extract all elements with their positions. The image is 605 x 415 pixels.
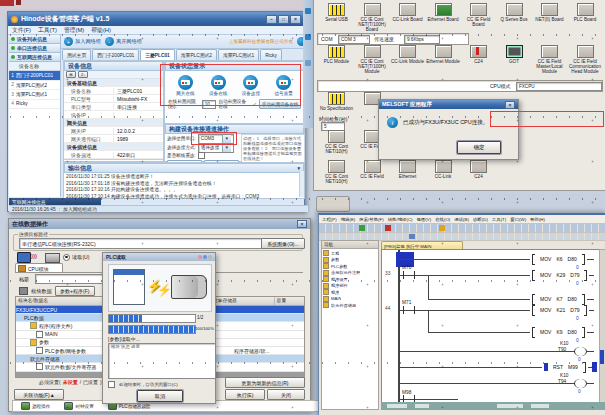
instruction-mov[interactable]: MOVK9D80 [530, 327, 587, 337]
device-row[interactable]: 2 海莱PLC测试2 [9, 81, 60, 91]
property-row[interactable]: 网关信息 [64, 119, 163, 127]
device-row[interactable]: 3 海莱PLC测试1 [9, 90, 60, 100]
property-row[interactable]: 网关透传端口1989 [64, 135, 163, 143]
dropdown-icon[interactable]: ▼ [222, 144, 231, 152]
coexist-item[interactable]: C24 [461, 160, 496, 179]
instruction-mov[interactable]: MOVK29D79 [530, 270, 589, 280]
row-checkbox[interactable] [36, 347, 43, 354]
read-detail-list[interactable]: 模块 状态 进度 [108, 343, 216, 379]
contact-icon[interactable] [409, 234, 415, 239]
run-icon[interactable] [359, 225, 365, 231]
menu-item[interactable]: 转换/编译(C) [388, 217, 413, 222]
menu-item[interactable]: 搜索/替换(F) [359, 217, 383, 222]
col-memory[interactable]: 对象存储器 [211, 297, 275, 305]
interface-item[interactable]: PLC Module [319, 45, 354, 64]
menu-item[interactable]: 文件(F) [12, 26, 31, 35]
melsoft-ok-button[interactable]: 确定 [457, 141, 501, 154]
interface-item[interactable]: Ethernet Module [426, 45, 461, 64]
device-tab[interactable]: 西门子200PLC01 [92, 49, 139, 60]
interface-item[interactable]: CC-Link Board [390, 3, 425, 22]
ladder-canvas[interactable]: MOVK6D80 0 33 M70 MOVK29D79 0 MOVK7D80 0… [381, 249, 600, 403]
instruction-mov[interactable]: MOVK21D79 [530, 305, 589, 315]
coil-symbol[interactable] [574, 347, 587, 356]
join-group-button[interactable]: + 加入网络组 [64, 37, 101, 46]
tree-item[interactable]: 软元件存储器 [323, 302, 377, 309]
instruction-mov[interactable]: MOVK6D80 [530, 254, 587, 264]
property-row[interactable]: 设备描述422串口 [64, 151, 163, 159]
instruction-mov[interactable]: MOVK7D80 [530, 294, 587, 304]
col-size[interactable]: 容量 [275, 297, 304, 305]
interface-item[interactable]: C24 [461, 45, 496, 64]
mode-combo[interactable]: 透传连接▼ [198, 143, 234, 153]
menu-item[interactable]: 工程(P) [322, 217, 337, 222]
close-icon[interactable]: × [505, 101, 515, 109]
refresh-button[interactable]: 更新为最新的信息(R) [225, 377, 305, 388]
menu-item[interactable]: 在线(O) [435, 217, 450, 222]
coil-symbol[interactable] [574, 379, 587, 388]
ladder-scrollbar[interactable] [599, 249, 605, 403]
melsoft-popup-titlebar[interactable]: MELSOFT 应用程序 × [379, 100, 518, 109]
navigation-header[interactable]: 导航 [322, 241, 378, 249]
interface-item[interactable]: Q Series Bus [497, 3, 532, 22]
property-row[interactable]: 设备描述信息 [64, 143, 163, 151]
interface-item[interactable]: NET(II) Board [532, 3, 567, 22]
interface-item[interactable]: CC IE Field Communication Head Module [568, 45, 603, 74]
output-scrollbar[interactable] [299, 171, 304, 197]
interface-item[interactable]: CC-Link Module [390, 45, 425, 64]
leave-group-button[interactable]: - 离开网络组 [105, 37, 142, 46]
device-tab[interactable]: 三菱PLC01 [140, 49, 175, 60]
cpu-mode-value[interactable]: FXCPU [516, 82, 602, 91]
monitor-icon[interactable] [439, 225, 445, 231]
title-value[interactable] [35, 274, 107, 284]
menu-item[interactable]: 工具(T) [38, 26, 57, 35]
contact-symbol[interactable] [403, 306, 415, 314]
min-dot-icon[interactable] [198, 255, 202, 259]
close-button[interactable]: 关闭 [267, 389, 305, 400]
menu-item[interactable]: 诊断(D) [473, 217, 488, 222]
param-program-button[interactable]: 参数+程序(F) [55, 286, 95, 296]
interface-item[interactable]: Ethernet Board [426, 3, 461, 22]
sort-az-icon[interactable]: 2↓ [78, 71, 88, 78]
hinode-titlebar[interactable]: Hinode设备管理客户端 v1.5 – □ × [8, 12, 304, 26]
property-row[interactable]: 设备IP [64, 111, 163, 119]
plc-read-titlebar[interactable]: PLC读取 [103, 253, 215, 261]
interface-item[interactable]: CC IE Cont NET(T/100H) Board [355, 3, 390, 32]
device-tab[interactable]: 测试主页 [62, 49, 91, 60]
system-image-button[interactable]: 系统图像(G)... [261, 238, 305, 249]
close-icon[interactable]: × [297, 220, 307, 228]
gx-toolbar-row1[interactable] [319, 224, 605, 233]
coexist-item[interactable]: Ethernet [390, 160, 425, 179]
device-row[interactable]: 4 Ricky [9, 100, 60, 110]
interface-item[interactable]: CC IE Field Board [461, 3, 496, 27]
stop-icon[interactable] [385, 225, 391, 231]
interface-item[interactable]: CC IE Field Master/Local Module [532, 45, 567, 74]
minimize-button[interactable]: – [266, 15, 277, 24]
menu-item[interactable]: 管理(M) [64, 26, 84, 35]
property-row[interactable]: 网关IP12.0.0.2 [64, 127, 163, 135]
interval-input[interactable]: 10 [202, 100, 217, 109]
auto-detect-check-icon[interactable]: ✓ [252, 101, 257, 107]
max-dot-icon[interactable] [203, 255, 207, 259]
sidebar-section[interactable]: 串口连接信息 [9, 44, 60, 53]
cancel-button[interactable]: 取消 [137, 390, 183, 402]
property-row[interactable]: PLC型号Mitsubishi-FX [64, 95, 163, 103]
menu-item[interactable]: 调试(B) [454, 217, 469, 222]
sidebar-bottom-section[interactable]: 互联网连接信息 [9, 198, 101, 205]
sidebar-section[interactable]: 互联网连接信息 [9, 53, 60, 62]
menu-item[interactable]: 工具(T) [492, 217, 506, 222]
related-function-item[interactable]: 时钟设置 [64, 402, 93, 410]
network-item[interactable]: CC IE Cont NET/10(H) [319, 130, 354, 154]
contact-symbol[interactable] [403, 271, 415, 279]
sidebar-section[interactable]: 设备列表信息 [9, 35, 60, 44]
device-tab[interactable]: 海莱PLC测试2 [176, 49, 217, 60]
close-button[interactable]: × [290, 15, 301, 24]
coexist-item[interactable]: CC IE Cont NET/10(H) [319, 160, 354, 184]
menu-item[interactable]: 帮助(H) [91, 26, 111, 35]
row-checkbox[interactable] [36, 363, 43, 370]
instruction-rst[interactable]: RSTM99 [542, 362, 588, 372]
manual-detect-button[interactable]: 手动检测设备在线 [259, 99, 301, 109]
auto-close-checkbox[interactable] [108, 381, 115, 388]
close-dot-icon[interactable] [208, 255, 212, 259]
device-tab[interactable]: Ricky [260, 49, 282, 60]
property-row[interactable]: 设备名称三菱PLC01 [64, 87, 163, 95]
